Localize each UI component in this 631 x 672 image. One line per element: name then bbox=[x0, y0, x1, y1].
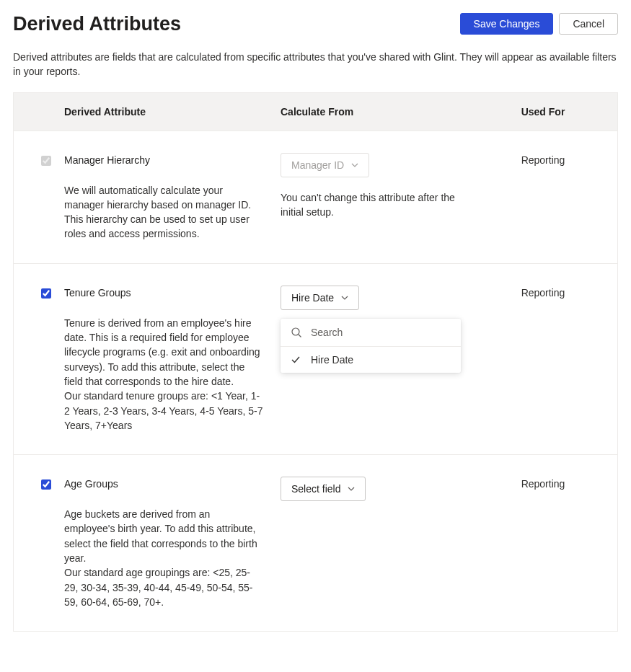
tenure-used-for: Reporting bbox=[486, 287, 600, 299]
age-used-for: Reporting bbox=[486, 478, 600, 490]
tenure-title: Tenure Groups bbox=[64, 287, 263, 299]
chevron-down-icon bbox=[351, 163, 358, 167]
manager-description: We will automatically calculate your man… bbox=[64, 183, 263, 242]
svg-point-0 bbox=[292, 328, 299, 335]
save-changes-button[interactable]: Save Changes bbox=[460, 13, 554, 35]
dropdown-option-label: Hire Date bbox=[311, 354, 353, 366]
table-row-age: Age Groups Age buckets are derived from … bbox=[14, 455, 617, 631]
tenure-calc-select[interactable]: Hire Date bbox=[281, 286, 359, 310]
tenure-calc-select-label: Hire Date bbox=[291, 292, 334, 304]
cancel-button[interactable]: Cancel bbox=[559, 13, 618, 35]
check-icon bbox=[291, 355, 302, 365]
header-actions: Save Changes Cancel bbox=[460, 13, 618, 35]
manager-used-for: Reporting bbox=[486, 154, 600, 166]
table-row-manager: Manager Hierarchy We will automatically … bbox=[14, 131, 617, 264]
column-header-attribute: Derived Attribute bbox=[64, 106, 281, 118]
dropdown-search-row bbox=[281, 319, 461, 347]
page-title: Derived Attributes bbox=[13, 13, 181, 35]
manager-helper-text: You can't change this attribute after th… bbox=[281, 190, 469, 220]
column-header-calculate-from: Calculate From bbox=[281, 106, 486, 118]
age-description: Age buckets are derived from an employee… bbox=[64, 507, 263, 609]
manager-calc-select: Manager ID bbox=[281, 153, 369, 177]
derived-attributes-table: Derived Attribute Calculate From Used Fo… bbox=[13, 92, 618, 632]
manager-calc-select-label: Manager ID bbox=[291, 159, 344, 171]
tenure-checkbox[interactable] bbox=[41, 288, 51, 299]
svg-line-1 bbox=[299, 335, 301, 337]
table-header-row: Derived Attribute Calculate From Used Fo… bbox=[14, 93, 617, 131]
age-title: Age Groups bbox=[64, 478, 263, 490]
search-icon bbox=[291, 327, 302, 338]
dropdown-option-hire-date[interactable]: Hire Date bbox=[281, 347, 461, 373]
age-checkbox[interactable] bbox=[41, 479, 51, 490]
dropdown-search-input[interactable] bbox=[309, 326, 451, 339]
table-row-tenure: Tenure Groups Tenure is derived from an … bbox=[14, 264, 617, 455]
chevron-down-icon bbox=[341, 296, 348, 300]
chevron-down-icon bbox=[348, 487, 355, 491]
age-calc-select[interactable]: Select field bbox=[281, 477, 366, 501]
manager-title: Manager Hierarchy bbox=[64, 154, 263, 166]
page-header: Derived Attributes Save Changes Cancel bbox=[13, 13, 618, 40]
tenure-description: Tenure is derived from an employee's hir… bbox=[64, 316, 263, 433]
tenure-dropdown: Hire Date bbox=[281, 319, 461, 373]
manager-checkbox bbox=[41, 156, 51, 166]
page-subtitle: Derived attributes are fields that are c… bbox=[13, 50, 618, 79]
age-calc-select-label: Select field bbox=[291, 483, 340, 495]
column-header-used-for: Used For bbox=[486, 106, 617, 118]
